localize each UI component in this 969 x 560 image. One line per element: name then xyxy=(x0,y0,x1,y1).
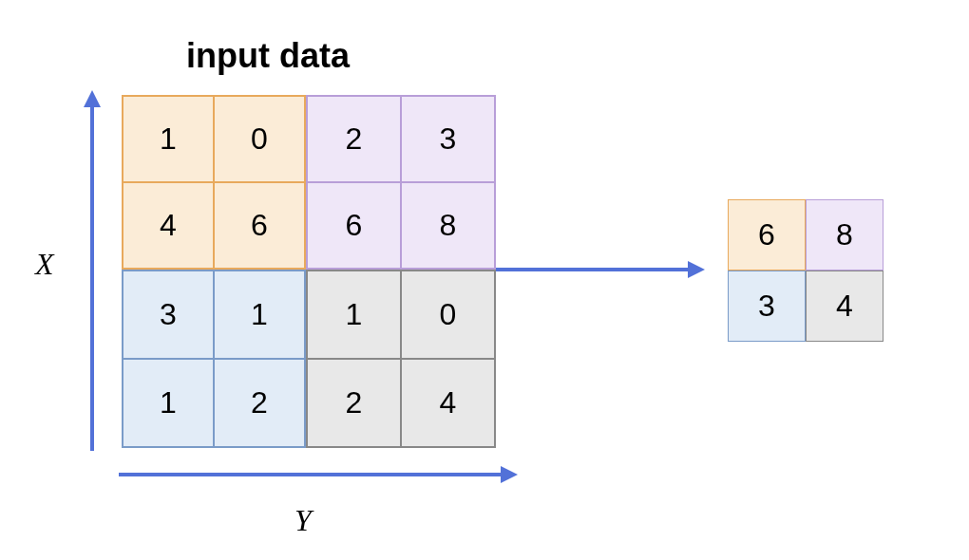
input-cell: 4 xyxy=(401,359,495,447)
input-cell: 2 xyxy=(214,359,305,447)
x-axis-arrow xyxy=(90,90,94,451)
y-axis-arrow xyxy=(119,473,518,476)
input-matrix: 1 0 4 6 2 3 6 8 3 1 1 2 1 0 2 4 xyxy=(122,95,496,448)
input-cell: 2 xyxy=(307,359,401,447)
input-cell: 1 xyxy=(123,96,214,182)
input-quadrant-top-left: 1 0 4 6 xyxy=(122,95,306,270)
y-axis-label: Y xyxy=(294,503,312,538)
input-cell: 1 xyxy=(214,271,305,359)
transform-arrow xyxy=(496,268,705,271)
input-quadrant-bottom-right: 1 0 2 4 xyxy=(306,270,496,448)
transform-arrow-head-icon xyxy=(688,261,705,278)
input-quadrant-top-right: 2 3 6 8 xyxy=(306,95,496,270)
input-quadrant-bottom-left: 3 1 1 2 xyxy=(122,270,306,448)
input-cell: 8 xyxy=(401,182,495,269)
input-cell: 6 xyxy=(214,182,305,269)
transform-arrow-line xyxy=(496,268,688,271)
input-cell: 3 xyxy=(123,271,214,359)
output-cell-top-right: 8 xyxy=(806,199,884,271)
y-axis-arrow-line xyxy=(119,473,504,476)
output-cell-bottom-right: 4 xyxy=(806,271,884,342)
input-cell: 3 xyxy=(401,96,495,182)
output-cell-bottom-left: 3 xyxy=(728,271,806,342)
input-cell: 1 xyxy=(123,359,214,447)
input-cell: 0 xyxy=(401,271,495,359)
input-cell: 4 xyxy=(123,182,214,269)
y-axis-arrow-head-icon xyxy=(501,466,518,483)
input-cell: 1 xyxy=(307,271,401,359)
x-axis-arrow-head-icon xyxy=(84,90,101,107)
input-cell: 6 xyxy=(307,182,401,269)
diagram-title: input data xyxy=(186,36,350,76)
input-cell: 0 xyxy=(214,96,305,182)
x-axis-label: X xyxy=(35,247,54,282)
output-matrix: 6 8 3 4 xyxy=(728,199,884,342)
x-axis-arrow-line xyxy=(90,103,94,451)
output-cell-top-left: 6 xyxy=(728,199,806,271)
input-cell: 2 xyxy=(307,96,401,182)
